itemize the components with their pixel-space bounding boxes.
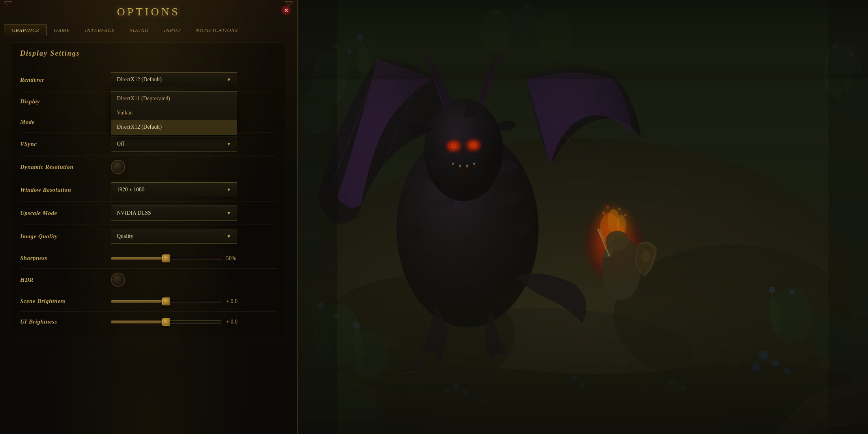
tab-interface[interactable]: Interface — [77, 24, 122, 36]
renderer-option-dx11[interactable]: DirectX11 (Deprecated) — [111, 92, 237, 106]
section-title: Display Settings — [20, 49, 277, 61]
vsync-label: VSync — [20, 141, 111, 148]
ui-brightness-value: + 0.0 — [226, 319, 244, 325]
renderer-option-dx12[interactable]: DirectX12 (Default) — [111, 120, 237, 134]
window-resolution-label: Window Resolution — [20, 187, 111, 193]
dynamic-resolution-row: Dynamic Resolution — [20, 156, 277, 178]
scene-brightness-value: + 0.0 — [226, 298, 244, 305]
content-area: Display Settings Renderer DirectX12 (Def… — [0, 36, 297, 434]
scene-brightness-fill — [111, 300, 166, 303]
scene-brightness-thumb[interactable] — [162, 297, 170, 305]
game-scene-panel — [298, 0, 868, 434]
ui-brightness-fill — [111, 321, 166, 323]
sharpness-label: Sharpness — [20, 255, 111, 262]
options-panel: Options ✕ Graphics Game Interface Sound … — [0, 0, 298, 434]
upscale-mode-row: Upscale Mode NVIDIA DLSS ▼ — [20, 202, 277, 225]
game-scene — [298, 0, 868, 434]
close-button[interactable]: ✕ — [281, 6, 291, 15]
window-resolution-dropdown[interactable]: 1920 x 1080 ▼ — [111, 182, 237, 197]
hdr-control — [111, 273, 277, 287]
ui-brightness-thumb[interactable] — [162, 318, 170, 326]
renderer-row: Renderer DirectX12 (Default) ▼ DirectX11… — [20, 68, 277, 92]
sharpness-fill — [111, 257, 166, 260]
image-quality-dropdown[interactable]: Quality ▼ — [111, 229, 237, 244]
ui-brightness-track — [111, 320, 221, 324]
title-bar: Options ✕ — [0, 0, 297, 21]
game-scene-svg — [298, 0, 868, 434]
tab-input[interactable]: Input — [157, 24, 189, 36]
image-quality-arrow-icon: ▼ — [226, 234, 231, 239]
image-quality-row: Image Quality Quality ▼ — [20, 225, 277, 248]
svg-marker-1 — [4, 2, 12, 6]
upscale-mode-control: NVIDIA DLSS ▼ — [111, 206, 277, 221]
image-quality-control: Quality ▼ — [111, 229, 277, 244]
dynamic-resolution-toggle[interactable] — [111, 160, 125, 174]
vsync-row: VSync Off ▼ — [20, 133, 277, 156]
vsync-dropdown[interactable]: Off ▼ — [111, 137, 237, 152]
scene-brightness-row: Scene Brightness + 0.0 — [20, 291, 277, 312]
image-quality-label: Image Quality — [20, 233, 111, 240]
renderer-control: DirectX12 (Default) ▼ — [111, 72, 277, 87]
upscale-mode-value: NVIDIA DLSS — [117, 210, 151, 216]
svg-rect-85 — [298, 0, 868, 79]
window-resolution-value: 1920 x 1080 — [117, 187, 144, 193]
hdr-row: HDR — [20, 269, 277, 291]
window-title: Options — [117, 6, 180, 18]
dynamic-resolution-control — [111, 160, 277, 174]
tab-game[interactable]: Game — [47, 24, 77, 36]
renderer-dropdown[interactable]: DirectX12 (Default) ▼ — [111, 72, 237, 87]
tab-graphics[interactable]: Graphics — [4, 24, 47, 36]
window-resolution-control: 1920 x 1080 ▼ — [111, 182, 277, 197]
sharpness-row: Sharpness 50% — [20, 248, 277, 269]
renderer-arrow-icon: ▼ — [226, 77, 231, 83]
upscale-mode-dropdown[interactable]: NVIDIA DLSS ▼ — [111, 206, 237, 221]
renderer-option-vulkan[interactable]: Vulkan — [111, 106, 237, 120]
scene-brightness-control: + 0.0 — [111, 298, 277, 305]
hdr-toggle[interactable] — [111, 273, 125, 287]
vsync-arrow-icon: ▼ — [226, 141, 231, 147]
scene-brightness-track — [111, 300, 221, 303]
nav-tabs: Graphics Game Interface Sound Input Noti… — [0, 21, 297, 36]
sharpness-slider-container: 50% — [111, 255, 277, 262]
scene-brightness-label: Scene Brightness — [20, 298, 111, 305]
ui-brightness-row: UI Brightness + 0.0 — [20, 312, 277, 332]
mode-label: Mode — [20, 119, 111, 125]
sharpness-control: 50% — [111, 255, 277, 262]
dynamic-resolution-label: Dynamic Resolution — [20, 164, 111, 170]
sharpness-track — [111, 257, 221, 260]
window-resolution-arrow-icon: ▼ — [226, 187, 231, 193]
ui-brightness-control: + 0.0 — [111, 319, 277, 325]
upscale-mode-arrow-icon: ▼ — [226, 210, 231, 216]
hdr-label: HDR — [20, 277, 111, 283]
vsync-value: Off — [117, 141, 124, 147]
upscale-mode-label: Upscale Mode — [20, 210, 111, 217]
svg-rect-87 — [829, 0, 868, 434]
ui-brightness-slider-container: + 0.0 — [111, 319, 277, 325]
svg-rect-86 — [298, 0, 337, 434]
tab-notifications[interactable]: Notifications — [188, 24, 245, 36]
window-resolution-row: Window Resolution 1920 x 1080 ▼ — [20, 178, 277, 202]
sharpness-value: 50% — [226, 255, 244, 262]
sharpness-thumb[interactable] — [162, 254, 170, 262]
ui-brightness-label: UI Brightness — [20, 318, 111, 325]
settings-container: Renderer DirectX12 (Default) ▼ DirectX11… — [20, 68, 277, 332]
renderer-value: DirectX12 (Default) — [117, 77, 162, 83]
vsync-control: Off ▼ — [111, 137, 277, 152]
image-quality-value: Quality — [117, 233, 133, 239]
scene-brightness-slider-container: + 0.0 — [111, 298, 277, 305]
renderer-label: Renderer — [20, 77, 111, 83]
svg-marker-2 — [285, 2, 293, 6]
display-label: Display — [20, 98, 111, 105]
renderer-dropdown-menu: DirectX11 (Deprecated) Vulkan DirectX12 … — [111, 91, 237, 135]
tab-sound[interactable]: Sound — [122, 24, 156, 36]
